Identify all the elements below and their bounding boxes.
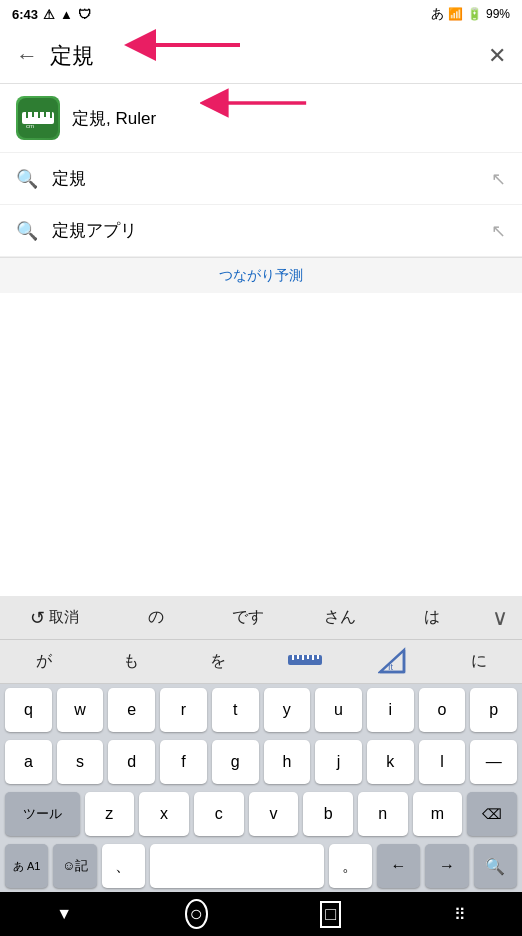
key-lang[interactable]: あ A1 <box>5 844 48 888</box>
candidate-ruler-icon[interactable] <box>261 641 348 683</box>
key-v[interactable]: v <box>249 792 299 836</box>
key-p[interactable]: p <box>470 688 517 732</box>
key-t[interactable]: t <box>212 688 259 732</box>
clear-button[interactable]: ✕ <box>484 39 510 73</box>
key-row-zxcv: ツール z x c v b n m ⌫ <box>0 788 522 840</box>
svg-rect-7 <box>50 112 52 118</box>
svg-rect-12 <box>297 655 299 659</box>
ime-prediction-label: つながり予測 <box>219 267 303 285</box>
key-row-asdf: a s d f g h j k l — <box>0 736 522 788</box>
key-y[interactable]: y <box>264 688 311 732</box>
key-m[interactable]: m <box>413 792 463 836</box>
key-s[interactable]: s <box>57 740 104 784</box>
key-right-arrow[interactable]: → <box>425 844 468 888</box>
key-l[interactable]: l <box>419 740 466 784</box>
battery-icon: 🔋 <box>467 7 482 21</box>
key-c[interactable]: c <box>194 792 244 836</box>
undo-label: 取消 <box>49 608 79 627</box>
ime-indicator: あ <box>431 5 444 23</box>
key-a[interactable]: a <box>5 740 52 784</box>
key-backspace[interactable]: ⌫ <box>467 792 517 836</box>
svg-rect-13 <box>302 655 304 660</box>
status-bar: 6:43 ⚠ ▲ 🛡 あ 📶 🔋 99% <box>0 0 522 28</box>
candidate-triangle-icon[interactable]: It <box>348 638 435 686</box>
key-b[interactable]: b <box>303 792 353 836</box>
candidate-desu[interactable]: です <box>202 599 294 636</box>
candidate-ha[interactable]: は <box>386 599 478 636</box>
key-g[interactable]: g <box>212 740 259 784</box>
status-right: あ 📶 🔋 99% <box>431 5 510 23</box>
key-i[interactable]: i <box>367 688 414 732</box>
nav-recents-button[interactable]: □ <box>320 901 341 928</box>
suggestion-arrow-0: ↖ <box>491 168 506 190</box>
key-r[interactable]: r <box>160 688 207 732</box>
triangle-svg: It <box>378 646 406 674</box>
key-period[interactable]: 。 <box>329 844 372 888</box>
search-bar: ← 定規 ✕ <box>0 28 522 84</box>
status-left: 6:43 ⚠ ▲ 🛡 <box>12 7 91 22</box>
candidates-row-2: が も を It に <box>0 640 522 684</box>
candidate-no[interactable]: の <box>110 599 202 636</box>
key-z[interactable]: z <box>85 792 135 836</box>
key-q[interactable]: q <box>5 688 52 732</box>
wifi-icon: 📶 <box>448 7 463 21</box>
key-o[interactable]: o <box>419 688 466 732</box>
key-h[interactable]: h <box>264 740 311 784</box>
key-d[interactable]: d <box>108 740 155 784</box>
svg-rect-11 <box>292 655 294 660</box>
key-tools[interactable]: ツール <box>5 792 80 836</box>
key-n[interactable]: n <box>358 792 408 836</box>
nav-home-button[interactable]: ○ <box>185 899 208 929</box>
suggestion-arrow-1: ↖ <box>491 220 506 242</box>
nav-back-button[interactable]: ▼ <box>56 905 72 923</box>
candidate-ga[interactable]: が <box>0 643 87 680</box>
candidate-mo[interactable]: も <box>87 643 174 680</box>
back-button[interactable]: ← <box>12 39 42 73</box>
candidates-row-1: ↺ 取消 の です さん は ∨ <box>0 596 522 640</box>
candidate-wo[interactable]: を <box>174 643 261 680</box>
svg-text:cm: cm <box>26 123 34 129</box>
candidate-san[interactable]: さん <box>294 599 386 636</box>
vpn-icon: 🛡 <box>78 7 91 22</box>
svg-rect-4 <box>32 112 34 117</box>
key-row-qwerty: q w e r t y u i o p <box>0 684 522 736</box>
candidate-ni[interactable]: に <box>435 643 522 680</box>
key-j[interactable]: j <box>315 740 362 784</box>
keyboard: ↺ 取消 の です さん は ∨ が も を <box>0 596 522 892</box>
battery-pct: 99% <box>486 7 510 21</box>
suggestion-text-0: 定規 <box>52 167 477 190</box>
app-icon-svg: cm <box>18 98 58 138</box>
key-w[interactable]: w <box>57 688 104 732</box>
svg-rect-6 <box>44 112 46 117</box>
app-result-row[interactable]: cm 定規, Ruler <box>0 84 522 153</box>
key-u[interactable]: u <box>315 688 362 732</box>
expand-candidates-button[interactable]: ∨ <box>478 605 522 631</box>
key-k[interactable]: k <box>367 740 414 784</box>
suggestion-row-1[interactable]: 🔍 定規アプリ ↖ <box>0 205 522 257</box>
svg-rect-16 <box>317 655 319 659</box>
undo-key[interactable]: ↺ 取消 <box>0 599 110 637</box>
suggestion-row-0[interactable]: 🔍 定規 ↖ <box>0 153 522 205</box>
app-icon: cm <box>16 96 60 140</box>
suggestion-text-1: 定規アプリ <box>52 219 477 242</box>
key-comma[interactable]: 、 <box>102 844 145 888</box>
key-search[interactable]: 🔍 <box>474 844 517 888</box>
nav-apps-button[interactable]: ⠿ <box>454 905 466 924</box>
key-e[interactable]: e <box>108 688 155 732</box>
key-f[interactable]: f <box>160 740 207 784</box>
key-space[interactable] <box>150 844 323 888</box>
search-icon-1: 🔍 <box>16 220 38 242</box>
svg-text:It: It <box>388 662 394 672</box>
svg-rect-5 <box>38 112 40 118</box>
key-x[interactable]: x <box>139 792 189 836</box>
search-icon-0: 🔍 <box>16 168 38 190</box>
svg-rect-14 <box>307 655 309 659</box>
key-dash[interactable]: — <box>470 740 517 784</box>
key-row-bottom: あ A1 ☺記 、 。 ← → 🔍 <box>0 840 522 892</box>
svg-rect-3 <box>26 112 28 118</box>
search-input[interactable]: 定規 <box>50 41 476 71</box>
ime-prediction-bar: つながり予測 <box>0 257 522 293</box>
key-emoji[interactable]: ☺記 <box>53 844 96 888</box>
signal-icon: ▲ <box>60 7 73 22</box>
key-left-arrow[interactable]: ← <box>377 844 420 888</box>
